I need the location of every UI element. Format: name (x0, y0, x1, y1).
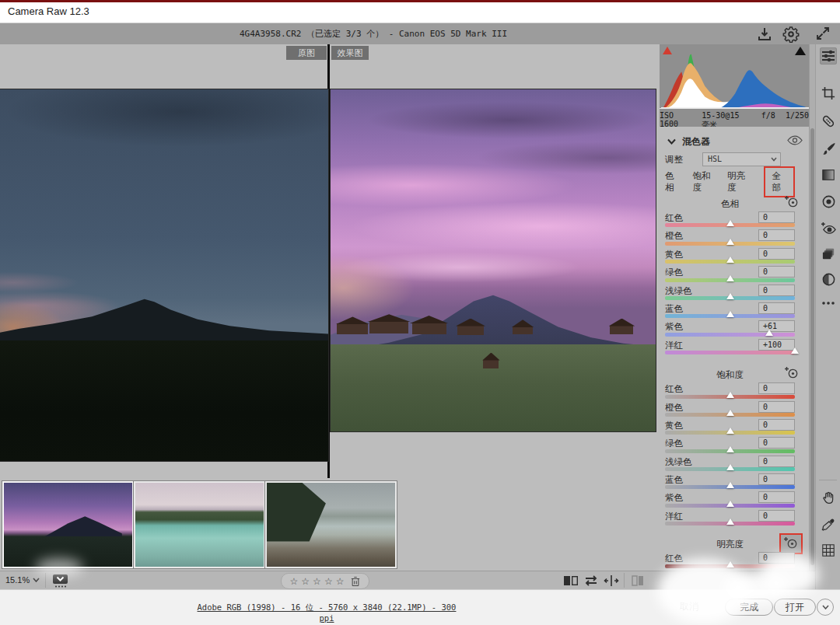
slider-value[interactable]: 0 (758, 473, 795, 485)
trash-icon[interactable] (351, 576, 360, 587)
mixer-tab-色相[interactable]: 色相 (665, 168, 679, 196)
slider-value[interactable]: 0 (758, 401, 795, 413)
slider-thumb[interactable] (726, 446, 734, 452)
view-before-after-left-icon[interactable] (563, 574, 579, 590)
star-icon[interactable]: ☆ (313, 577, 321, 586)
color-sampler-grid-icon[interactable] (820, 542, 837, 559)
radial-filter-icon[interactable] (820, 193, 837, 210)
slider-track[interactable] (665, 333, 795, 337)
slider-thumb[interactable] (726, 428, 734, 434)
slider-value[interactable]: 0 (758, 211, 795, 223)
slider-track[interactable] (665, 522, 795, 525)
filmstrip-thumbnail-1[interactable] (2, 481, 134, 568)
edit-tool-icon[interactable] (820, 47, 837, 65)
slider-track[interactable] (665, 242, 795, 246)
preview-image-original[interactable] (0, 89, 328, 461)
settings-gear-icon[interactable] (782, 26, 800, 43)
star-icon[interactable]: ☆ (324, 577, 333, 586)
graduated-filter-icon[interactable] (820, 166, 837, 183)
red-eye-tool-icon[interactable] (820, 219, 837, 236)
slider-value[interactable]: 0 (758, 419, 795, 431)
filmstrip-thumbnail-2[interactable] (134, 481, 265, 568)
slider-track[interactable] (665, 485, 795, 489)
slider-track[interactable] (665, 351, 795, 354)
slider-value[interactable]: 0 (758, 302, 795, 314)
zoom-level-select[interactable]: 15.1% (5, 575, 40, 585)
slider-thumb[interactable] (726, 519, 734, 525)
filmstrip-thumbnail-3[interactable] (265, 481, 397, 568)
collapse-chevron-icon[interactable] (667, 137, 676, 146)
slider-track[interactable] (665, 278, 795, 282)
open-button[interactable]: 打开 (774, 599, 816, 616)
targeted-adjustment-icon[interactable] (784, 195, 800, 210)
mixer-header[interactable]: 混色器 (665, 134, 795, 149)
white-balance-eyedropper-icon[interactable] (820, 516, 837, 533)
slider-value[interactable]: 0 (758, 437, 795, 449)
workflow-options-link[interactable]: Adobe RGB (1998) - 16 位 - 5760 x 3840 (2… (194, 602, 459, 623)
shadow-clipping-indicator[interactable] (663, 47, 672, 54)
more-options-icon[interactable] (820, 295, 837, 312)
slider-value[interactable]: +61 (758, 320, 795, 332)
save-image-icon[interactable] (756, 26, 773, 43)
slider-thumb[interactable] (726, 220, 734, 226)
slider-value[interactable]: 0 (758, 266, 795, 278)
slider-thumb[interactable] (765, 330, 773, 336)
slider-track[interactable] (665, 504, 795, 508)
slider-thumb[interactable] (726, 392, 734, 398)
slider-track[interactable] (665, 395, 795, 399)
copy-settings-icon[interactable] (604, 574, 619, 590)
panel-scrollbar[interactable] (809, 44, 815, 571)
slider-value[interactable]: +100 (758, 339, 795, 351)
preview-image-result[interactable] (331, 89, 656, 431)
slider-value[interactable]: 0 (758, 229, 795, 241)
preview-eye-icon[interactable] (787, 135, 803, 147)
cancel-button[interactable]: 取消 (680, 600, 698, 613)
adjust-mode-select[interactable]: HSL (702, 152, 781, 166)
crop-tool-icon[interactable] (820, 85, 837, 102)
slider-value[interactable]: 0 (758, 552, 795, 564)
targeted-adjustment-icon[interactable] (779, 533, 803, 554)
slider-thumb[interactable] (726, 464, 734, 470)
mixer-tab-明亮度[interactable]: 明亮度 (727, 168, 749, 196)
scrollbar-thumb[interactable] (810, 128, 814, 565)
mixer-tab-饱和度[interactable]: 饱和度 (692, 168, 714, 196)
preview-panels-icon[interactable] (630, 574, 646, 590)
hand-tool-icon[interactable] (820, 489, 837, 506)
slider-track[interactable] (665, 467, 795, 471)
slider-thumb[interactable] (726, 257, 734, 263)
done-button[interactable]: 完成 (725, 599, 773, 616)
adjustment-brush-icon[interactable] (820, 140, 837, 157)
slider-value[interactable]: 0 (758, 456, 795, 467)
slider-track[interactable] (665, 314, 795, 318)
star-icon[interactable]: ☆ (290, 577, 299, 586)
mixer-tab-全部[interactable]: 全部 (764, 166, 795, 197)
swap-before-after-icon[interactable] (583, 574, 599, 590)
slider-value[interactable]: 0 (758, 382, 795, 394)
slider-value[interactable]: 0 (758, 491, 795, 503)
slider-thumb[interactable] (726, 501, 734, 507)
slider-thumb[interactable] (726, 561, 734, 567)
slider-value[interactable]: 0 (758, 285, 795, 296)
slider-thumb[interactable] (726, 239, 734, 245)
slider-thumb[interactable] (726, 410, 734, 416)
slider-value[interactable]: 0 (758, 248, 795, 260)
star-icon[interactable]: ☆ (336, 577, 345, 586)
slider-track[interactable] (665, 564, 795, 568)
slider-track[interactable] (665, 260, 795, 264)
highlight-clipping-indicator[interactable] (795, 47, 806, 55)
slider-track[interactable] (665, 449, 795, 453)
open-options-chevron-icon[interactable] (817, 599, 834, 616)
slider-track[interactable] (665, 413, 795, 417)
presets-icon[interactable] (820, 271, 837, 288)
slider-thumb[interactable] (791, 347, 799, 354)
star-icon[interactable]: ☆ (301, 577, 310, 586)
snapshots-icon[interactable] (820, 245, 837, 262)
slider-thumb[interactable] (726, 293, 734, 299)
targeted-adjustment-icon[interactable] (784, 366, 800, 381)
spot-removal-icon[interactable] (820, 113, 837, 130)
slider-thumb[interactable] (726, 311, 734, 317)
slider-track[interactable] (665, 223, 795, 227)
slider-track[interactable] (665, 296, 795, 300)
slider-value[interactable]: 0 (758, 510, 795, 522)
fullscreen-toggle-icon[interactable] (815, 26, 832, 43)
